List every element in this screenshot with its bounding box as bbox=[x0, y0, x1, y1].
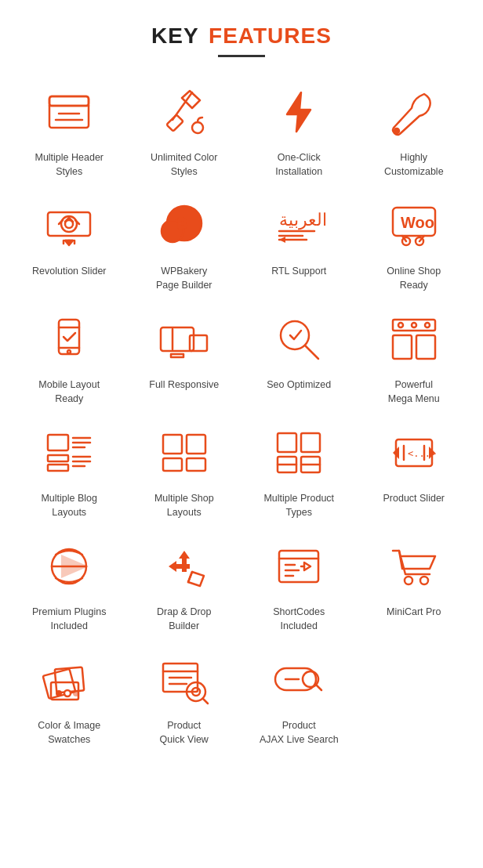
feature-label-shortcodes-included: ShortCodesIncluded bbox=[273, 606, 325, 633]
svg-point-46 bbox=[425, 323, 430, 327]
multiple-product-types-icon bbox=[267, 421, 330, 484]
feature-item-one-click-installation: One-ClickInstallation bbox=[245, 81, 353, 179]
svg-point-45 bbox=[412, 323, 416, 327]
feature-item-highly-customizable: HighlyCustomizable bbox=[361, 81, 468, 179]
feature-label-color-image-swatches: Color & ImageSwatches bbox=[38, 719, 100, 747]
unlimited-color-styles-icon bbox=[153, 81, 216, 143]
title-key: KEY bbox=[151, 24, 199, 48]
feature-label-multiple-blog-layouts: Multiple BlogLayouts bbox=[41, 492, 97, 519]
svg-rect-60 bbox=[163, 458, 182, 471]
svg-point-87 bbox=[420, 577, 428, 584]
svg-rect-49 bbox=[48, 435, 68, 450]
feature-item-multiple-product-types: Multiple ProductTypes bbox=[245, 421, 353, 519]
feature-label-full-responsive: Full Responsive bbox=[149, 378, 219, 392]
svg-text:<...>: <...> bbox=[408, 448, 436, 459]
drag-drop-builder-icon bbox=[153, 535, 216, 598]
svg-point-93 bbox=[73, 690, 79, 696]
one-click-installation-icon bbox=[267, 81, 330, 143]
feature-item-minicart-pro: MiniCart Pro bbox=[361, 535, 468, 633]
feature-label-product-ajax-live-search: ProductAJAX Live Search bbox=[260, 719, 339, 747]
features-grid: Multiple HeaderStylesUnlimited ColorStyl… bbox=[16, 81, 467, 747]
product-quick-view-icon bbox=[153, 649, 216, 711]
minicart-pro-icon bbox=[383, 535, 445, 598]
feature-item-drag-drop-builder: Drap & DropBuilder bbox=[131, 535, 238, 633]
feature-item-multiple-shop-layouts: Multiple ShopLayouts bbox=[131, 421, 238, 519]
multiple-shop-layouts-icon bbox=[153, 421, 216, 484]
svg-text:Woo: Woo bbox=[401, 214, 434, 231]
svg-line-99 bbox=[203, 699, 208, 703]
svg-rect-37 bbox=[161, 327, 194, 351]
feature-item-product-ajax-live-search: ProductAJAX Live Search bbox=[245, 649, 353, 747]
svg-rect-38 bbox=[190, 335, 207, 351]
seo-optimized-icon bbox=[267, 308, 330, 371]
svg-marker-26 bbox=[279, 237, 285, 243]
svg-rect-63 bbox=[301, 433, 320, 452]
feature-label-seo-optimized: Seo Optimized bbox=[267, 378, 331, 392]
svg-rect-6 bbox=[166, 114, 183, 131]
powerful-mega-menu-icon bbox=[383, 308, 445, 371]
svg-point-9 bbox=[394, 128, 399, 133]
svg-rect-33 bbox=[59, 320, 79, 354]
svg-rect-1 bbox=[49, 96, 89, 106]
svg-rect-62 bbox=[278, 433, 296, 452]
svg-rect-59 bbox=[187, 435, 205, 454]
feature-label-revolution-slider: Revolution Slider bbox=[32, 265, 107, 279]
svg-point-7 bbox=[192, 122, 203, 133]
shortcodes-included-icon bbox=[267, 535, 330, 598]
product-ajax-live-search-icon bbox=[267, 649, 330, 711]
feature-item-multiple-blog-layouts: Multiple BlogLayouts bbox=[16, 421, 123, 519]
feature-label-unlimited-color-styles: Unlimited ColorStyles bbox=[151, 151, 217, 179]
svg-line-103 bbox=[316, 685, 321, 690]
svg-point-91 bbox=[56, 690, 62, 696]
feature-label-product-quick-view: ProductQuick View bbox=[160, 719, 209, 747]
feature-label-drag-drop-builder: Drap & DropBuilder bbox=[157, 606, 211, 633]
feature-item-rtl-support: العربيةRTL Support bbox=[245, 194, 353, 292]
feature-item-wpbakery-page-builder: BWPBakeryPage Builder bbox=[131, 194, 238, 292]
multiple-blog-layouts-icon bbox=[38, 421, 100, 484]
product-slider-icon: <...> bbox=[383, 421, 445, 484]
feature-label-multiple-header-styles: Multiple HeaderStyles bbox=[34, 151, 104, 179]
svg-text:B: B bbox=[178, 217, 187, 230]
rtl-support-icon: العربية bbox=[267, 194, 330, 257]
svg-text:العربية: العربية bbox=[279, 210, 326, 230]
feature-label-premium-plugins-included: Premium PluginsIncluded bbox=[32, 606, 106, 633]
feature-label-minicart-pro: MiniCart Pro bbox=[387, 606, 441, 620]
page-wrapper: KEY FEATURES Multiple HeaderStylesUnlimi… bbox=[0, 0, 483, 778]
feature-item-color-image-swatches: Color & ImageSwatches bbox=[16, 649, 123, 747]
svg-rect-50 bbox=[48, 455, 68, 461]
feature-item-premium-plugins-included: Premium PluginsIncluded bbox=[16, 535, 123, 633]
online-shop-ready-icon: Woo bbox=[383, 194, 445, 257]
color-image-swatches-icon bbox=[38, 649, 100, 711]
feature-item-mobile-layout-ready: Mobile LayoutReady bbox=[16, 308, 123, 406]
feature-item-full-responsive: Full Responsive bbox=[131, 308, 238, 406]
feature-label-product-slider: Product Slider bbox=[383, 492, 445, 506]
highly-customizable-icon bbox=[383, 81, 445, 143]
svg-rect-58 bbox=[163, 435, 182, 454]
feature-item-shortcodes-included: ShortCodesIncluded bbox=[245, 535, 353, 633]
feature-label-highly-customizable: HighlyCustomizable bbox=[384, 151, 444, 179]
svg-point-36 bbox=[67, 350, 71, 353]
feature-label-online-shop-ready: Online ShopReady bbox=[387, 265, 441, 292]
svg-point-86 bbox=[405, 577, 412, 584]
svg-marker-8 bbox=[287, 92, 310, 132]
feature-item-multiple-header-styles: Multiple HeaderStyles bbox=[16, 81, 123, 179]
multiple-header-styles-icon bbox=[38, 81, 100, 143]
svg-rect-61 bbox=[187, 458, 205, 471]
svg-rect-48 bbox=[416, 335, 435, 359]
svg-rect-47 bbox=[393, 335, 412, 359]
feature-label-powerful-mega-menu: PowerfulMega Menu bbox=[388, 378, 440, 406]
full-responsive-icon bbox=[153, 308, 216, 371]
mobile-layout-ready-icon bbox=[38, 308, 100, 371]
premium-plugins-included-icon bbox=[38, 535, 100, 598]
feature-label-wpbakery-page-builder: WPBakeryPage Builder bbox=[156, 265, 212, 292]
feature-item-product-quick-view: ProductQuick View bbox=[131, 649, 238, 747]
feature-label-mobile-layout-ready: Mobile LayoutReady bbox=[38, 378, 100, 406]
feature-item-unlimited-color-styles: Unlimited ColorStyles bbox=[131, 81, 238, 179]
feature-item-seo-optimized: Seo Optimized bbox=[245, 308, 353, 406]
feature-label-rtl-support: RTL Support bbox=[271, 265, 326, 279]
title-underline bbox=[218, 55, 265, 57]
svg-rect-51 bbox=[48, 465, 68, 471]
feature-item-product-slider: <...>Product Slider bbox=[361, 421, 468, 519]
svg-rect-0 bbox=[49, 96, 89, 128]
feature-label-multiple-product-types: Multiple ProductTypes bbox=[263, 492, 334, 519]
